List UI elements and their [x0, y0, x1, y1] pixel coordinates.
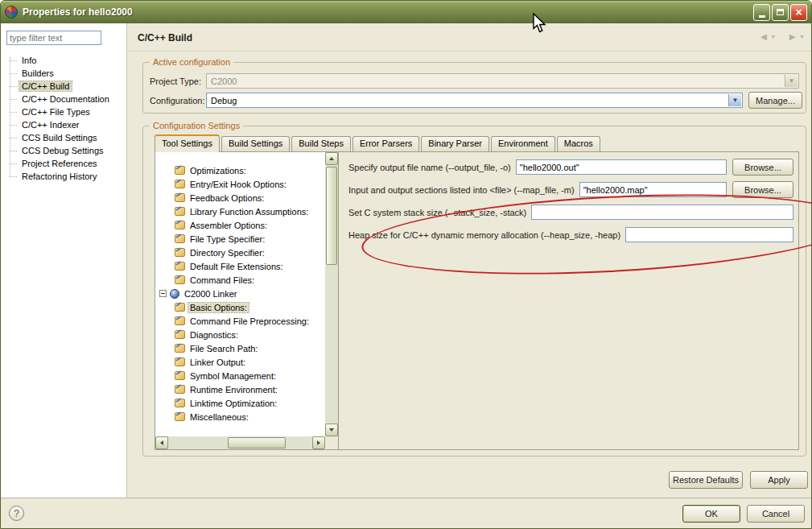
scroll-right-button[interactable]	[312, 436, 325, 449]
tool-tree-item[interactable]: Symbol Management:	[157, 369, 324, 382]
sidebar: Info Builders C/C++ Build C/C++ Document…	[1, 23, 127, 498]
app-icon	[5, 6, 18, 19]
history-navigation: ◄▼ ►▼	[758, 31, 805, 43]
map-file-input[interactable]	[579, 182, 727, 197]
sidebar-item-cpp-file-types[interactable]: C/C++ File Types	[7, 105, 125, 118]
browse-button[interactable]: Browse...	[732, 159, 793, 176]
horizontal-scroll-thumb[interactable]	[228, 437, 286, 448]
tool-icon	[175, 316, 185, 325]
collapse-icon[interactable]	[159, 290, 167, 297]
tool-tree-item[interactable]: Directory Specifier:	[157, 246, 324, 259]
group-label: Configuration Settings	[150, 121, 243, 130]
scrollbar-corner	[325, 436, 338, 449]
stack-size-row: Set C system stack size (--stack_size, -…	[348, 204, 793, 221]
configuration-combo[interactable]: Debug ▼	[206, 93, 743, 108]
stack-size-input[interactable]	[531, 205, 793, 220]
tab-build-steps[interactable]: Build Steps	[291, 136, 351, 151]
tool-tree-item[interactable]: Feedback Options:	[157, 191, 324, 205]
scroll-left-button[interactable]	[155, 436, 168, 449]
sidebar-item-cpp-build[interactable]: C/C++ Build	[7, 80, 125, 93]
output-file-input[interactable]	[516, 159, 727, 175]
tool-tree-item[interactable]: Linktime Optimization:	[157, 396, 324, 410]
sidebar-item-refactoring-history[interactable]: Refactoring History	[7, 170, 125, 183]
heap-size-row: Heap size for C/C++ dynamic memory alloc…	[348, 226, 793, 243]
horizontal-scrollbar[interactable]	[155, 436, 325, 449]
sidebar-tree: Info Builders C/C++ Build C/C++ Document…	[7, 54, 125, 183]
tool-tree-item[interactable]: Linker Output:	[157, 355, 324, 369]
sidebar-item-builders[interactable]: Builders	[7, 67, 125, 80]
apply-button[interactable]: Apply	[750, 471, 808, 489]
tool-tree-item[interactable]: Assembler Options:	[157, 218, 324, 232]
tool-icon	[175, 180, 185, 188]
tree-item-label: Assembler Options:	[188, 221, 269, 230]
help-button[interactable]: ?	[9, 506, 24, 521]
ok-button[interactable]: OK	[682, 505, 740, 523]
tree-item-label: Default File Extensions:	[188, 262, 285, 271]
tree-item-label: Symbol Management:	[188, 371, 278, 381]
tree-item-label: File Type Specifier:	[188, 234, 266, 244]
tool-tree-item[interactable]: Library Function Assumptions:	[157, 205, 324, 218]
filter-input[interactable]	[6, 31, 101, 45]
tab-environment[interactable]: Environment	[491, 136, 555, 151]
main-panel: C/C++ Build ◄▼ ►▼ Active configuration P…	[128, 23, 812, 498]
tool-tree-item[interactable]: Miscellaneous:	[157, 410, 324, 424]
tool-icon	[175, 262, 185, 271]
map-file-row: Input and output sections listed into <f…	[348, 181, 793, 198]
tool-icon	[175, 330, 185, 339]
active-configuration-group: Active configuration Project Type: C2000…	[142, 62, 806, 114]
scroll-up-button[interactable]	[325, 152, 338, 165]
maximize-icon	[777, 9, 784, 15]
vertical-scrollbar[interactable]	[325, 152, 338, 436]
tab-error-parsers[interactable]: Error Parsers	[352, 136, 419, 151]
chevron-down-icon: ▼	[770, 34, 776, 39]
dropdown-arrow-icon: ▼	[785, 75, 798, 87]
sidebar-item-cpp-indexer[interactable]: C/C++ Indexer	[7, 118, 125, 131]
cancel-button[interactable]: Cancel	[747, 505, 805, 523]
sidebar-item-ccs-debug-settings[interactable]: CCS Debug Settings	[7, 144, 125, 157]
manage-button[interactable]: Manage...	[748, 92, 802, 109]
configuration-settings-group: Configuration Settings Tool Settings Bui…	[142, 126, 806, 457]
dropdown-arrow-icon[interactable]: ▼	[728, 94, 741, 106]
scroll-down-button[interactable]	[325, 424, 338, 436]
tool-tree-item[interactable]: Runtime Environment:	[157, 382, 324, 396]
browse-button[interactable]: Browse...	[732, 181, 793, 198]
back-button[interactable]: ◄▼	[758, 31, 776, 43]
maximize-button[interactable]	[772, 4, 789, 21]
window-title: Properties for hello2000	[23, 6, 752, 18]
sidebar-item-label: Project References	[19, 159, 100, 168]
tool-tree-node-c2000-linker[interactable]: C2000 Linker	[157, 287, 324, 300]
tree-item-label: Feedback Options:	[188, 193, 266, 203]
tool-tree-item[interactable]: File Type Specifier:	[157, 232, 324, 246]
sidebar-item-info[interactable]: Info	[7, 54, 125, 67]
heap-size-input[interactable]	[625, 227, 793, 242]
tool-icon	[175, 399, 185, 407]
vertical-scroll-thumb[interactable]	[326, 167, 337, 265]
tool-tree-item[interactable]: Diagnostics:	[157, 328, 324, 341]
sidebar-item-project-references[interactable]: Project References	[7, 157, 125, 170]
tab-build-settings[interactable]: Build Settings	[221, 136, 290, 151]
sidebar-item-ccs-build-settings[interactable]: CCS Build Settings	[7, 131, 125, 144]
close-button[interactable]: ×	[790, 4, 807, 21]
tool-tree-item-basic-options[interactable]: Basic Options:	[157, 300, 324, 314]
map-file-label: Input and output sections listed into <f…	[348, 185, 575, 195]
restore-defaults-button[interactable]: Restore Defaults	[669, 471, 743, 489]
sidebar-item-cpp-documentation[interactable]: C/C++ Documentation	[7, 93, 125, 105]
tree-item-label: Command File Preprocessing:	[188, 316, 311, 326]
sidebar-item-label: C/C++ Documentation	[19, 94, 112, 104]
output-file-label: Specify output file name (--output_file,…	[348, 163, 511, 172]
tool-tree-item[interactable]: Entry/Exit Hook Options:	[157, 177, 324, 191]
forward-button[interactable]: ►▼	[787, 31, 805, 43]
minimize-button[interactable]	[753, 4, 770, 21]
group-label: Active configuration	[150, 57, 233, 67]
tab-tool-settings[interactable]: Tool Settings	[155, 134, 220, 152]
settings-action-buttons: Restore Defaults Apply	[669, 471, 808, 489]
tab-macros[interactable]: Macros	[557, 136, 600, 151]
tool-tree-item[interactable]: Optimizations:	[157, 163, 324, 177]
tab-binary-parser[interactable]: Binary Parser	[421, 136, 489, 151]
tool-tree-item[interactable]: File Search Path:	[157, 341, 324, 355]
tool-tree-item[interactable]: Command Files:	[157, 273, 324, 287]
tool-settings-panel: Optimizations: Entry/Exit Hook Options: …	[155, 151, 799, 450]
tool-tree-item[interactable]: Command File Preprocessing:	[157, 314, 324, 328]
tool-icon	[175, 234, 185, 243]
tool-tree-item[interactable]: Default File Extensions:	[157, 259, 324, 273]
